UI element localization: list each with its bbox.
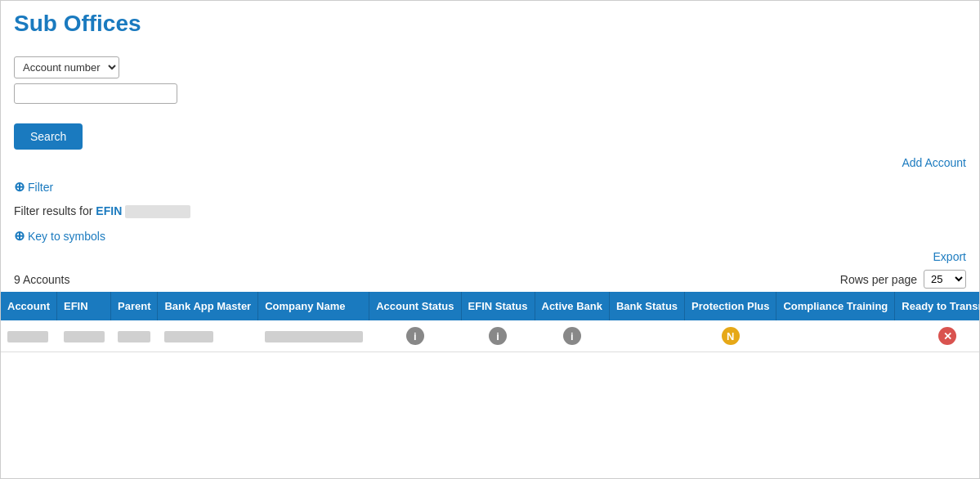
col-account: Account <box>1 292 57 320</box>
efin-value <box>125 205 190 218</box>
account-number-dropdown[interactable]: Account number Company Name EFIN <box>14 56 119 78</box>
company-name-blur <box>265 331 363 342</box>
rows-per-page-select[interactable]: 10 25 50 100 <box>924 270 966 289</box>
cell-active-bank: i <box>535 320 609 352</box>
filter-results-prefix: Filter results for <box>14 204 92 217</box>
rows-per-page-control: Rows per page 10 25 50 100 <box>840 270 966 289</box>
key-symbols-label: Key to symbols <box>28 230 105 243</box>
table-header-row: Account EFIN Parent Bank App Master Comp… <box>1 292 979 320</box>
col-active-bank: Active Bank <box>535 292 609 320</box>
cell-parent <box>111 320 158 352</box>
search-button[interactable]: Search <box>14 123 83 150</box>
efin-value-blur <box>64 331 105 342</box>
col-efin-status: EFIN Status <box>461 292 535 320</box>
cell-bank-status <box>609 320 684 352</box>
table-row: i i i N ✕ <box>1 320 979 352</box>
col-bank-app-master: Bank App Master <box>158 292 258 320</box>
bank-app-master-blur <box>164 331 213 342</box>
efin-label: EFIN <box>96 204 122 217</box>
parent-value-blur <box>118 331 150 342</box>
add-account-link[interactable]: Add Account <box>902 156 966 169</box>
account-value-blur <box>7 331 48 342</box>
col-company-name: Company Name <box>258 292 369 320</box>
col-parent: Parent <box>111 292 158 320</box>
cell-efin <box>57 320 111 352</box>
filter-plus-icon: ⊕ <box>14 179 25 195</box>
key-to-symbols-link[interactable]: ⊕ Key to symbols <box>14 228 105 244</box>
cell-ready-to-transmit: ✕ <box>895 320 979 352</box>
cell-company-name <box>258 320 369 352</box>
rows-per-page-label: Rows per page <box>840 273 917 286</box>
col-efin: EFIN <box>57 292 111 320</box>
account-status-icon: i <box>406 327 424 345</box>
protection-plus-icon: N <box>722 327 740 345</box>
active-bank-icon: i <box>563 327 581 345</box>
key-symbols-plus-icon: ⊕ <box>14 228 25 244</box>
search-input[interactable] <box>14 83 177 104</box>
export-link[interactable]: Export <box>933 250 966 263</box>
cell-account <box>1 320 57 352</box>
cell-account-status: i <box>369 320 461 352</box>
cell-bank-app-master <box>158 320 258 352</box>
ready-to-transmit-icon: ✕ <box>938 327 956 345</box>
col-account-status: Account Status <box>369 292 461 320</box>
filter-results: Filter results for EFIN <box>1 198 979 225</box>
efin-status-icon: i <box>489 327 507 345</box>
cell-compliance-training <box>776 320 895 352</box>
accounts-table-container: Account EFIN Parent Bank App Master Comp… <box>1 292 979 352</box>
cell-protection-plus: N <box>685 320 776 352</box>
col-protection-plus: Protection Plus <box>685 292 776 320</box>
col-ready-to-transmit: Ready to Transmit <box>895 292 979 320</box>
cell-efin-status: i <box>461 320 535 352</box>
col-compliance-training: Compliance Training <box>776 292 895 320</box>
filter-toggle[interactable]: ⊕ Filter <box>14 179 53 195</box>
accounts-table: Account EFIN Parent Bank App Master Comp… <box>1 292 979 352</box>
accounts-count: 9 Accounts <box>14 273 70 286</box>
page-title: Sub Offices <box>14 11 966 37</box>
col-bank-status: Bank Status <box>609 292 684 320</box>
filter-label: Filter <box>28 181 53 194</box>
